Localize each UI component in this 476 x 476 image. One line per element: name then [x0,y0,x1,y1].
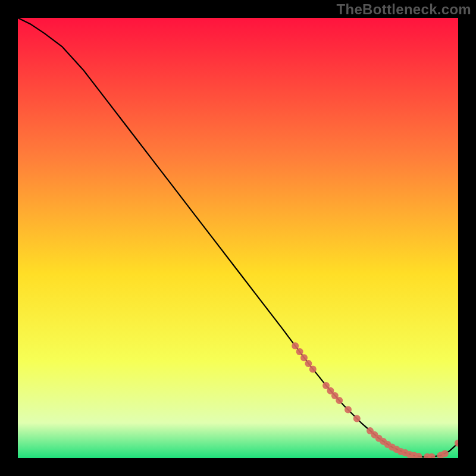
marker-point [345,406,352,414]
marker-point [305,360,312,367]
chart-svg [18,18,458,458]
marker-point [296,348,303,355]
marker-point [300,354,308,361]
marker-point [353,415,361,422]
plot-area [18,18,458,458]
marker-point [336,397,343,404]
watermark-text: TheBottleneck.com [337,1,471,18]
marker-point [441,450,449,458]
chart-frame: TheBottleneck.com [0,0,476,476]
marker-point [292,342,299,349]
gradient-background [18,18,458,458]
marker-point [309,366,317,373]
